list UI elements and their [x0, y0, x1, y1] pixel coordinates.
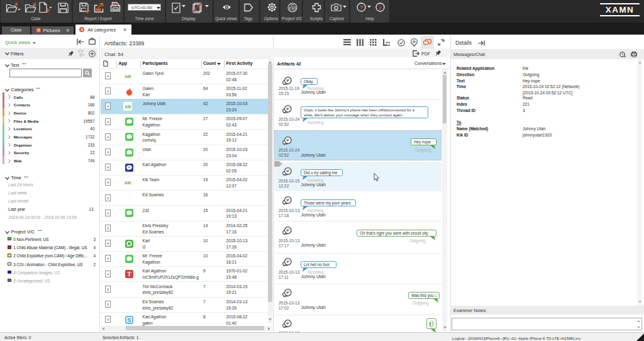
svg-text:S: S [127, 316, 131, 323]
svg-text:?: ? [360, 4, 364, 10]
svg-text:i: i [379, 4, 381, 10]
svg-text:T: T [127, 271, 131, 277]
